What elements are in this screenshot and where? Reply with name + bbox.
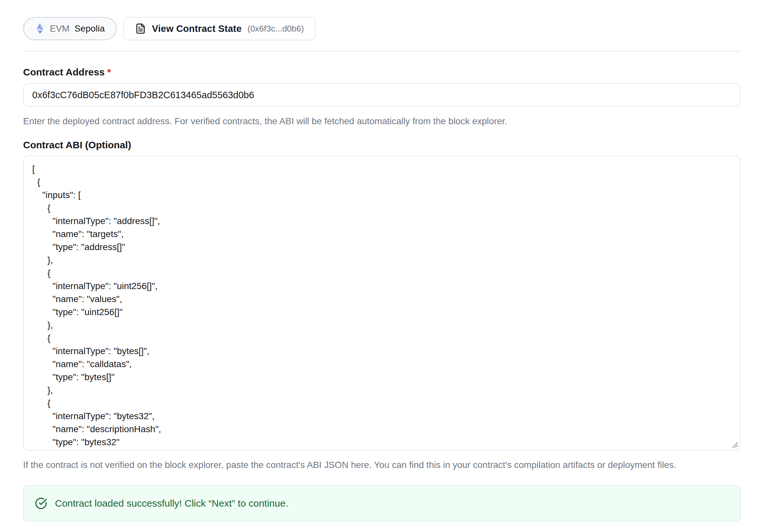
- header-divider: [23, 51, 741, 51]
- contract-address-help: Enter the deployed contract address. For…: [23, 116, 741, 127]
- contract-abi-label: Contract ABI (Optional): [23, 140, 741, 150]
- file-text-icon: [135, 23, 146, 34]
- evm-label: EVM: [50, 23, 70, 34]
- contract-address-input[interactable]: [23, 83, 741, 107]
- contract-abi-help: If the contract is not verified on the b…: [23, 459, 741, 471]
- check-circle-icon: [35, 497, 47, 510]
- network-selector-chip[interactable]: EVM Sepolia: [23, 17, 117, 40]
- required-asterisk: *: [107, 67, 111, 78]
- header-chip-row: EVM Sepolia View Contract State (0x6f3c.…: [23, 0, 758, 40]
- view-contract-state-label: View Contract State: [152, 23, 242, 34]
- status-banner: Contract loaded successfully! Click “Nex…: [23, 485, 741, 521]
- contract-abi-field: [ { "inputs": [ { "internalType": "addre…: [23, 155, 741, 450]
- resize-handle-icon[interactable]: [729, 439, 739, 449]
- contract-address-short: (0x6f3c...d0b6): [248, 24, 304, 34]
- contract-address-label: Contract Address*: [23, 67, 741, 78]
- status-banner-message: Contract loaded successfully! Click “Nex…: [55, 498, 288, 509]
- eth-icon: [35, 23, 45, 34]
- view-contract-state-chip[interactable]: View Contract State (0x6f3c...d0b6): [123, 17, 316, 40]
- network-name: Sepolia: [75, 23, 105, 34]
- contract-abi-textarea[interactable]: [ { "inputs": [ { "internalType": "addre…: [23, 155, 741, 450]
